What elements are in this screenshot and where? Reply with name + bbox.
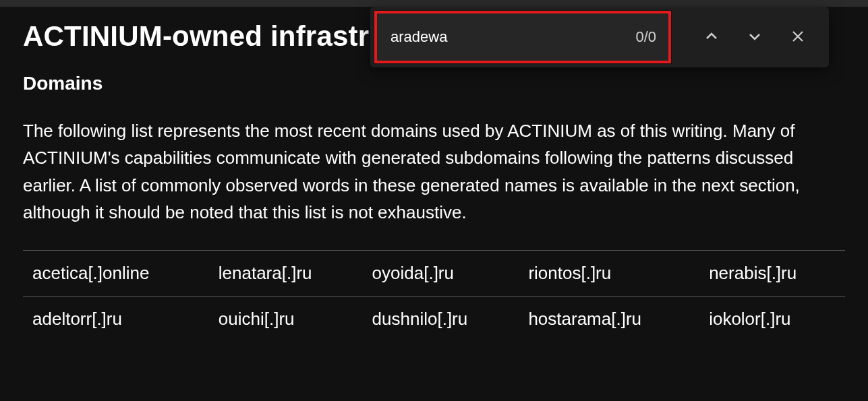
domain-cell: adeltorr[.]ru (23, 297, 209, 342)
table-row: acetica[.]online lenatara[.]ru oyoida[.]… (23, 251, 845, 297)
domain-cell: riontos[.]ru (519, 251, 699, 297)
domain-cell: lenatara[.]ru (209, 251, 363, 297)
chevron-up-icon (703, 28, 720, 47)
find-close-button[interactable] (786, 24, 810, 51)
find-match-count: 0/0 (635, 28, 656, 46)
domain-cell: ouichi[.]ru (209, 297, 363, 342)
section-paragraph: The following list represents the most r… (23, 117, 845, 226)
find-input-container: 0/0 (374, 11, 671, 63)
domain-cell: acetica[.]online (23, 251, 209, 297)
find-in-page-bar: 0/0 (370, 7, 829, 67)
browser-tab-strip (0, 0, 868, 7)
find-next-button[interactable] (743, 24, 767, 51)
chevron-down-icon (747, 28, 763, 47)
domain-cell: hostarama[.]ru (519, 297, 699, 342)
find-prev-button[interactable] (699, 24, 724, 51)
close-icon (790, 28, 806, 47)
find-input[interactable] (389, 28, 635, 47)
domain-table: acetica[.]online lenatara[.]ru oyoida[.]… (23, 250, 845, 342)
table-row: adeltorr[.]ru ouichi[.]ru dushnilo[.]ru … (23, 297, 845, 342)
domain-cell: iokolor[.]ru (699, 297, 845, 342)
find-controls (671, 24, 829, 51)
domain-cell: dushnilo[.]ru (363, 297, 519, 342)
section-heading-domains: Domains (23, 73, 845, 94)
domain-cell: nerabis[.]ru (699, 251, 845, 297)
domain-cell: oyoida[.]ru (363, 251, 519, 297)
